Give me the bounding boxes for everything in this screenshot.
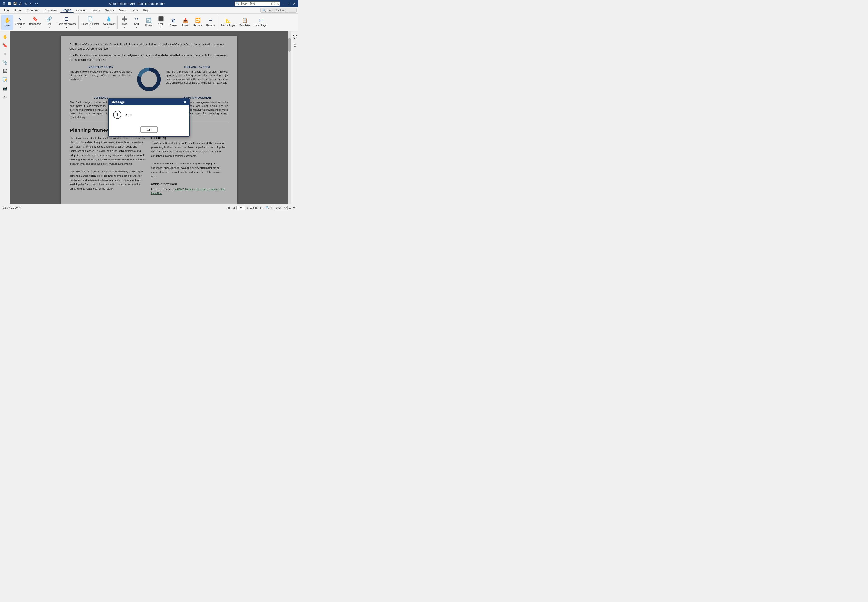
- menu-help[interactable]: Help: [141, 8, 151, 13]
- tool-insert[interactable]: ➕ Insert ▼: [119, 15, 130, 30]
- tool-selection-label: Selection: [15, 23, 25, 26]
- tool-split-label: Split: [134, 23, 139, 26]
- tool-replace[interactable]: 🔁 Replace: [192, 15, 204, 30]
- modal-message-text: Done: [125, 113, 132, 117]
- sidebar-annotation-icon[interactable]: 📝: [1, 76, 9, 84]
- tool-resize[interactable]: 📐 Resize Pages: [219, 15, 237, 30]
- split-dropdown-icon: ▼: [135, 26, 137, 28]
- tool-toc-label: Table of Contents: [57, 23, 76, 26]
- menu-document[interactable]: Document: [42, 8, 60, 13]
- zoom-out-button[interactable]: ▼: [292, 206, 295, 210]
- title-search-close[interactable]: ✕: [277, 2, 279, 5]
- zoom-reset-button[interactable]: ⊕: [270, 206, 273, 210]
- sidebar-camera-icon[interactable]: 📷: [1, 84, 9, 92]
- sidebar-layers-icon[interactable]: ≡: [1, 50, 9, 58]
- selection-dropdown-icon: ▼: [20, 26, 21, 28]
- new-icon[interactable]: 📄: [7, 2, 12, 6]
- scrollbar-track[interactable]: [288, 31, 291, 204]
- menu-comment[interactable]: Comment: [25, 8, 42, 13]
- close-button[interactable]: ✕: [292, 2, 297, 6]
- rotate-icon: 🔄: [146, 18, 152, 23]
- hand-icon: ✋: [4, 17, 11, 23]
- page-last-button[interactable]: ⏭: [260, 206, 264, 210]
- menu-file[interactable]: File: [2, 8, 11, 13]
- modal-body: i Done: [109, 105, 189, 124]
- toolbar-search[interactable]: 🔍 Search for tools ...: [260, 8, 297, 13]
- sidebar-bookmark-icon[interactable]: 🔖: [1, 41, 9, 49]
- reverse-icon: ↩: [209, 18, 213, 23]
- tool-bookmarks[interactable]: 🔖 Bookmarks ▼: [27, 15, 43, 30]
- link-dropdown-icon: ▼: [48, 26, 50, 28]
- menu-view[interactable]: View: [117, 8, 128, 13]
- tool-delete[interactable]: 🗑 Delete: [167, 15, 179, 30]
- status-bar: 8.50 x 11.00 in ⏮ ◀ of 123 ▶ ⏭ 🔍 ⊕ 75% 1…: [0, 204, 299, 211]
- page-next-button[interactable]: ▶: [255, 206, 259, 210]
- pdf-area[interactable]: The Bank of Canada is the nation's centr…: [10, 31, 288, 204]
- sidebar-paperclip-icon[interactable]: 📎: [1, 59, 9, 66]
- message-dialog: Message ✕ i Done OK: [108, 98, 190, 137]
- print-icon[interactable]: 🖨: [18, 2, 23, 6]
- title-search-box[interactable]: 🔍 ❮ ❯ ✕: [235, 2, 280, 6]
- tool-header-footer-label: Header & Footer: [82, 23, 99, 26]
- scrollbar-thumb[interactable]: [288, 38, 291, 52]
- minimize-button[interactable]: ─: [281, 2, 286, 6]
- split-icon: ✂: [135, 16, 139, 22]
- email-icon[interactable]: ✉: [23, 2, 28, 6]
- zoom-select[interactable]: 75% 100% 125% 150%: [274, 206, 288, 210]
- tool-header-footer[interactable]: 📄 Header & Footer ▼: [80, 15, 101, 30]
- menu-convert[interactable]: Convert: [74, 8, 89, 13]
- page-number-input[interactable]: [237, 206, 245, 210]
- toc-icon: ☰: [65, 16, 69, 22]
- menu-secure[interactable]: Secure: [103, 8, 116, 13]
- bookmarks-dropdown-icon: ▼: [34, 26, 36, 28]
- tool-hand[interactable]: ✋ Hand: [2, 15, 13, 30]
- save-icon[interactable]: 💾: [13, 2, 17, 6]
- tool-selection[interactable]: ↖ Selection ▼: [14, 15, 27, 30]
- modal-close-button[interactable]: ✕: [183, 100, 186, 104]
- menu-forms[interactable]: Forms: [89, 8, 102, 13]
- title-search-input[interactable]: [240, 2, 270, 5]
- maximize-button[interactable]: □: [286, 2, 291, 6]
- tool-templates[interactable]: 📋 Templates: [238, 15, 252, 30]
- header-footer-icon: 📄: [88, 16, 93, 22]
- tool-split[interactable]: ✂ Split ▼: [131, 15, 142, 30]
- page-prev-button[interactable]: ◀: [232, 206, 235, 210]
- page-first-button[interactable]: ⏮: [226, 206, 231, 210]
- modal-ok-button[interactable]: OK: [140, 126, 158, 133]
- status-bar-right: ⏮ ◀ of 123 ▶ ⏭ 🔍 ⊕ 75% 100% 125% 150% ▲ …: [226, 206, 295, 210]
- tool-resize-label: Resize Pages: [221, 24, 235, 27]
- modal-header: Message ✕: [109, 99, 189, 105]
- right-sidebar-comment-icon[interactable]: 💬: [291, 33, 299, 41]
- tool-watermark[interactable]: 💧 Watermark ▼: [101, 15, 116, 30]
- zoom-area: 🔍 ⊕ 75% 100% 125% 150% ▲ ▼: [265, 206, 295, 210]
- zoom-in-button[interactable]: ▲: [288, 206, 292, 210]
- sidebar-hand-icon[interactable]: ✋: [1, 33, 9, 41]
- menu-batch[interactable]: Batch: [128, 8, 140, 13]
- title-bar: ☰ 📄 💾 🖨 ✉ ↩ ↪ Annual Report 2019 - Bank …: [0, 0, 299, 7]
- modal-info-icon: i: [113, 111, 122, 119]
- menu-home[interactable]: Home: [12, 8, 24, 13]
- page-navigation: ⏮ ◀ of 123 ▶ ⏭: [226, 206, 264, 210]
- modal-overlay[interactable]: Message ✕ i Done OK: [10, 31, 288, 204]
- modal-footer: OK: [109, 124, 189, 136]
- main-area: ✋ 🔖 ≡ 📎 🖼 📝 📷 🏷 The Bank of Canada is th…: [0, 31, 299, 204]
- sidebar-tag-icon[interactable]: 🏷: [1, 93, 9, 101]
- zoom-fit-button[interactable]: 🔍: [265, 206, 269, 210]
- right-sidebar-settings-icon[interactable]: ⚙: [291, 41, 299, 49]
- menu-pages[interactable]: Pages: [60, 8, 74, 13]
- tool-reverse[interactable]: ↩ Reverse: [205, 15, 217, 30]
- tool-crop[interactable]: ⬛ Crop ▼: [155, 15, 167, 30]
- label-icon: 🏷: [259, 18, 263, 23]
- tool-rotate[interactable]: 🔄 Rotate: [143, 15, 155, 30]
- title-search-nav-prev[interactable]: ❮: [271, 2, 273, 5]
- header-footer-dropdown-icon: ▼: [89, 26, 91, 28]
- tool-label[interactable]: 🏷 Label Pages: [252, 15, 269, 30]
- sidebar-image-icon[interactable]: 🖼: [1, 67, 9, 75]
- tool-extract[interactable]: 📤 Extract: [180, 15, 191, 30]
- menu-icon[interactable]: ☰: [2, 2, 6, 6]
- undo-icon[interactable]: ↩: [29, 2, 34, 6]
- redo-icon[interactable]: ↪: [34, 2, 39, 6]
- title-search-nav-next[interactable]: ❯: [274, 2, 276, 5]
- tool-link[interactable]: 🔗 Link ▼: [43, 15, 55, 30]
- tool-toc[interactable]: ☰ Table of Contents ▼: [55, 15, 78, 30]
